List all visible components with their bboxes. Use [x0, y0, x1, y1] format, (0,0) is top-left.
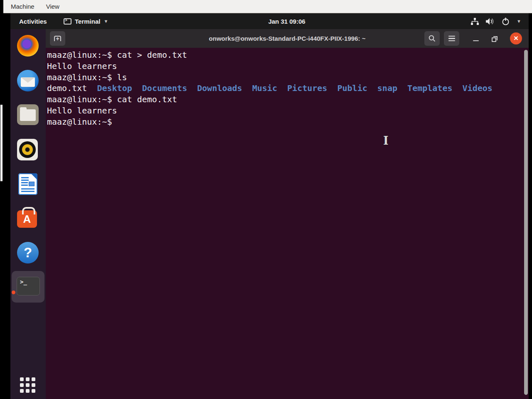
focused-app-label: Terminal [75, 18, 100, 25]
focused-app-menu[interactable]: Terminal ▼ [64, 13, 108, 29]
restore-button[interactable] [492, 35, 498, 42]
terminal-line: maaz@linux:~$ cat > demo.txt [47, 49, 529, 61]
terminal-window: onworks@onworks-Standard-PC-i440FX-PIIX-… [46, 29, 529, 399]
running-indicator-dot [12, 291, 15, 294]
menu-button[interactable] [444, 31, 459, 46]
dock-item-terminal[interactable]: >_ [17, 277, 38, 298]
gnome-topbar: Activities Terminal ▼ Jan 31 09:06 [10, 13, 529, 29]
volume-icon [486, 18, 495, 25]
files-icon [17, 104, 39, 125]
activities-button[interactable]: Activities [17, 13, 49, 29]
terminal-headerbar[interactable]: onworks@onworks-Standard-PC-i440FX-PIIX-… [46, 29, 529, 48]
firefox-icon [17, 35, 39, 57]
rhythmbox-icon [17, 139, 38, 160]
close-icon: × [514, 34, 518, 42]
dock-item-show-applications[interactable] [20, 377, 37, 394]
search-button[interactable] [424, 31, 440, 46]
clock[interactable]: Jan 31 09:06 [268, 13, 305, 29]
dock-item-firefox[interactable] [17, 35, 39, 57]
screen: Machine View Activities Terminal ▼ Jan 3… [0, 0, 532, 399]
minimize-button[interactable] [473, 31, 479, 46]
hamburger-menu-icon [448, 38, 455, 39]
terminal-line: maaz@linux:~$ ls [47, 72, 529, 83]
new-tab-button[interactable] [50, 31, 65, 46]
terminal-icon: >_ [17, 277, 40, 296]
terminal-line: demo.txt Desktop Documents Downloads Mus… [47, 83, 529, 94]
terminal-line: maaz@linux:~$ [47, 116, 529, 128]
dock-item-libreoffice-writer[interactable] [18, 173, 40, 195]
search-icon [429, 35, 436, 42]
terminal-line: Hello learners [47, 105, 529, 116]
dock-item-ubuntu-software[interactable]: A [17, 207, 39, 229]
dock-item-help[interactable]: ? [17, 242, 39, 264]
terminal-scrollbar[interactable] [524, 50, 528, 395]
network-wired-icon [471, 18, 479, 25]
vm-menubar: Machine View [3, 0, 532, 13]
app-grid-icon [20, 377, 37, 393]
close-button[interactable]: × [510, 32, 522, 44]
restore-icon [492, 37, 496, 42]
minimize-icon [473, 40, 479, 42]
dock: A ? >_ [10, 29, 46, 399]
help-icon: ? [17, 242, 39, 264]
terminal-line: Hello learners [47, 61, 529, 72]
terminal-app-icon [64, 18, 71, 25]
terminal-output[interactable]: maaz@linux:~$ cat > demo.txtHello learne… [46, 48, 529, 399]
dock-item-rhythmbox[interactable] [17, 139, 39, 160]
guest-desktop: Activities Terminal ▼ Jan 31 09:06 [10, 13, 529, 399]
terminal-title: onworks@onworks-Standard-PC-i440FX-PIIX-… [209, 29, 366, 48]
ubuntu-software-icon: A [17, 210, 37, 228]
system-status-area[interactable]: ▼ [471, 13, 521, 29]
caret-down-icon: ▼ [517, 19, 521, 24]
vm-menu-machine[interactable]: Machine [5, 0, 40, 13]
thunderbird-icon [17, 70, 39, 91]
caret-down-icon: ▼ [103, 19, 108, 24]
new-tab-icon [54, 36, 61, 41]
power-icon [502, 17, 510, 25]
dock-item-thunderbird[interactable] [17, 70, 39, 91]
dock-item-files[interactable] [17, 104, 39, 126]
vm-menu-view[interactable]: View [40, 0, 65, 13]
terminal-line: maaz@linux:~$ cat demo.txt [47, 94, 529, 105]
background-window-sliver [0, 105, 2, 181]
libreoffice-writer-icon [18, 173, 37, 195]
